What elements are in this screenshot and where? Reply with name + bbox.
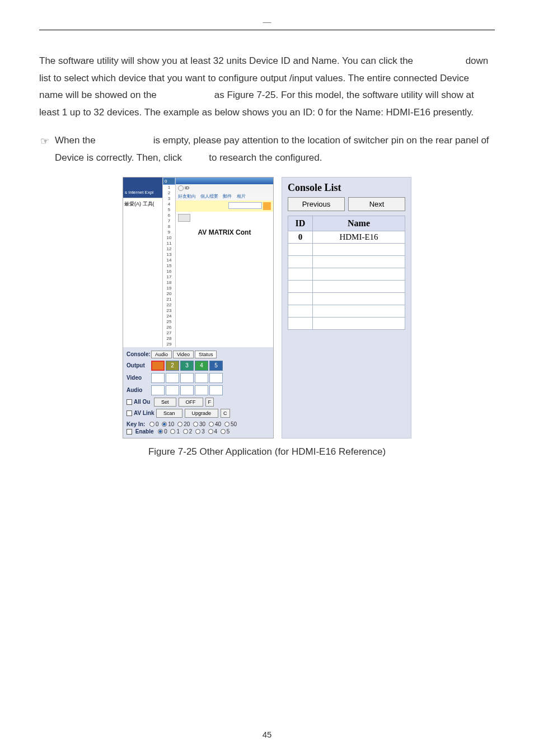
output-cell-5[interactable]: 5 [209, 361, 223, 371]
titlebar-icon [176, 178, 273, 184]
output-cell-4[interactable]: 4 [195, 361, 208, 371]
keyin-radio-10[interactable] [162, 422, 167, 427]
search-go-icon[interactable] [263, 202, 271, 210]
tab-audio[interactable]: Audio [151, 351, 172, 358]
video-cell[interactable] [151, 373, 165, 383]
dropdown-item[interactable]: 29 [163, 342, 175, 347]
table-row[interactable] [288, 255, 405, 268]
keyin-radio-50[interactable] [224, 422, 229, 427]
dropdown-item[interactable]: 12 [163, 246, 175, 252]
dropdown-item[interactable]: 17 [163, 274, 175, 280]
audio-cell[interactable] [209, 385, 223, 395]
dropdown-item[interactable]: 1 [163, 185, 175, 190]
table-row[interactable] [288, 317, 405, 329]
dropdown-item[interactable]: 28 [163, 336, 175, 342]
dropdown-item[interactable]: 23 [163, 308, 175, 314]
avlink-checkbox[interactable] [127, 410, 132, 416]
previous-button[interactable]: Previous [288, 197, 345, 211]
keyin-radio-40[interactable] [209, 422, 214, 427]
video-cell[interactable] [209, 373, 223, 383]
matrix-panel: Console: Audio Video Status Output 2 3 4… [123, 347, 273, 438]
output-cell-3[interactable]: 3 [180, 361, 194, 371]
back-icon[interactable] [178, 185, 184, 191]
video-cell[interactable] [180, 373, 194, 383]
keyin-radio-30[interactable] [193, 422, 198, 427]
allout-checkbox[interactable] [127, 399, 132, 405]
dropdown-item[interactable]: 27 [163, 330, 175, 336]
link-friends[interactable]: 好友動向 [178, 194, 196, 199]
dropdown-item[interactable]: 7 [163, 218, 175, 224]
output-cell-1[interactable] [151, 361, 165, 371]
dropdown-item[interactable]: 22 [163, 302, 175, 308]
keyin-opt: 40 [215, 421, 221, 427]
dropdown-item[interactable]: 11 [163, 241, 175, 246]
enable-radio-1[interactable] [170, 429, 175, 434]
enable-radio-5[interactable] [221, 429, 226, 434]
dropdown-selected[interactable]: 0 [163, 178, 175, 185]
dropdown-item[interactable]: 24 [163, 314, 175, 319]
off-button[interactable]: OFF [179, 398, 203, 407]
audio-cell[interactable] [195, 385, 208, 395]
audio-cell[interactable] [151, 385, 165, 395]
enable-radio-2[interactable] [183, 429, 188, 434]
dropdown-item[interactable]: 3 [163, 196, 175, 202]
dropdown-item[interactable]: 10 [163, 235, 175, 241]
link-profile[interactable]: 個人檔案 [200, 194, 218, 199]
enable-radio-3[interactable] [195, 429, 200, 434]
dropdown-item[interactable]: 16 [163, 269, 175, 274]
page-number: 45 [0, 730, 534, 739]
console-id-dropdown[interactable]: 0 1 2 3 4 5 6 7 8 9 10 11 12 13 14 15 16 [162, 178, 176, 347]
table-row[interactable]: 0 HDMI-E16 [288, 231, 405, 243]
dropdown-item[interactable]: 14 [163, 258, 175, 263]
dropdown-item[interactable]: 5 [163, 207, 175, 213]
next-button[interactable]: Next [348, 197, 405, 211]
table-row[interactable] [288, 305, 405, 317]
video-cell[interactable] [166, 373, 179, 383]
c-button[interactable]: C [221, 409, 230, 418]
dropdown-item[interactable]: 25 [163, 319, 175, 325]
dropdown-item[interactable]: 4 [163, 202, 175, 207]
dropdown-item[interactable]: 6 [163, 213, 175, 218]
keyin-radio-0[interactable] [149, 422, 154, 427]
menu-tool[interactable]: 工具( [143, 201, 154, 207]
link-mail[interactable]: 郵件 [223, 194, 232, 199]
cell-name [313, 255, 405, 268]
note-body: When the Console List is empty, please p… [55, 132, 495, 166]
para1-blank-1: Console ID [416, 55, 463, 66]
enable-radio-4[interactable] [208, 429, 213, 434]
video-cell[interactable] [195, 373, 208, 383]
tab-status[interactable]: Status [195, 351, 217, 358]
dropdown-item[interactable]: 26 [163, 325, 175, 330]
dropdown-item[interactable]: 19 [163, 286, 175, 291]
keyin-radio-20[interactable] [177, 422, 182, 427]
table-row[interactable] [288, 280, 405, 292]
enable-radio-0[interactable] [158, 429, 163, 434]
scan-button[interactable]: Scan [156, 409, 182, 418]
table-row[interactable] [288, 268, 405, 280]
audio-cell[interactable] [166, 385, 179, 395]
upgrade-button[interactable]: Upgrade [185, 409, 219, 418]
label-allout: All Ou [134, 399, 154, 405]
dropdown-item[interactable]: 8 [163, 224, 175, 230]
link-photos[interactable]: 相片 [237, 194, 246, 199]
dropdown-item[interactable]: 21 [163, 297, 175, 302]
dropdown-item[interactable]: 9 [163, 230, 175, 235]
search-input[interactable] [228, 202, 262, 209]
enable-checkbox[interactable] [127, 429, 132, 435]
dropdown-item[interactable]: 18 [163, 280, 175, 286]
set-button[interactable]: Set [154, 398, 176, 407]
dropdown-item[interactable]: 2 [163, 190, 175, 196]
tab-video[interactable]: Video [173, 351, 194, 358]
cell-id [288, 280, 313, 292]
dropdown-item[interactable]: 15 [163, 263, 175, 269]
pointing-hand-icon: ☞ [40, 132, 49, 166]
audio-cell[interactable] [180, 385, 194, 395]
output-cell-2[interactable]: 2 [166, 361, 179, 371]
table-row[interactable] [288, 243, 405, 255]
dropdown-item[interactable]: 20 [163, 291, 175, 297]
f-button[interactable]: F [205, 398, 214, 407]
dropdown-item[interactable]: 13 [163, 252, 175, 258]
menu-fav[interactable]: 最愛(A) [124, 201, 141, 207]
nav-btn[interactable] [178, 214, 190, 222]
table-row[interactable] [288, 292, 405, 305]
